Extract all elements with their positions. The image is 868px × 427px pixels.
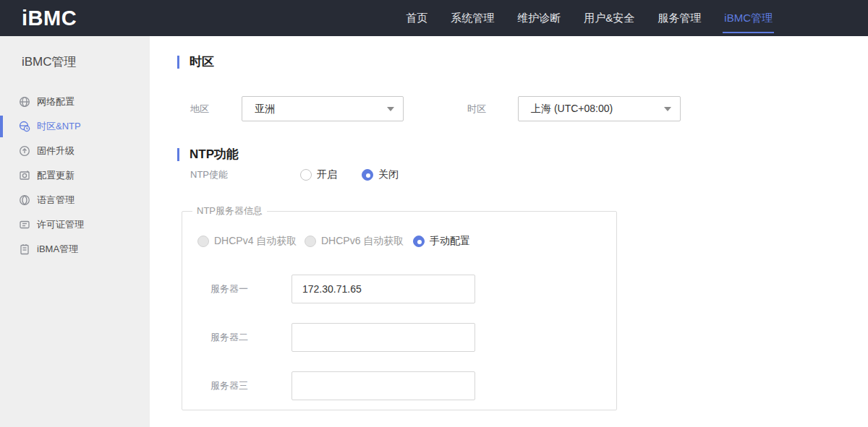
chevron-down-icon [664,107,671,111]
sidebar-item-firmware-upgrade[interactable]: 固件升级 [0,139,150,163]
radio-disabled-icon [197,236,209,247]
sidebar-item-ibma[interactable]: iBMA管理 [0,237,150,262]
server3-row: 服务器三 [210,371,475,400]
timezone-ntp-icon [19,121,30,132]
radio-unselected-icon [300,169,312,181]
server2-row: 服务器二 [210,323,475,352]
nav-item-services[interactable]: 服务管理 [656,0,702,36]
ntp-enable-on-radio[interactable]: 开启 [300,168,337,181]
sidebar-item-label: iBMA管理 [37,243,78,256]
sidebar-item-config-update[interactable]: 配置更新 [0,163,150,188]
sidebar-title: iBMC管理 [22,53,150,70]
firmware-upgrade-icon [19,145,30,157]
ntp-enable-off-radio[interactable]: 关闭 [362,168,399,181]
nav-item-system[interactable]: 系统管理 [449,0,495,36]
nav-item-ibmc-management[interactable]: iBMC管理 [723,0,774,36]
radio-label: 关闭 [378,168,399,181]
ibma-icon [19,243,30,255]
dhcpv6-auto-radio[interactable]: DHCPv6 自动获取 [305,235,413,248]
sidebar-item-label: 固件升级 [37,145,75,158]
ntp-section-title-text: NTP功能 [190,146,239,163]
region-label: 地区 [190,103,209,116]
timezone-select[interactable]: 上海 (UTC+08:00) [518,96,681,121]
region-select-value: 亚洲 [255,103,275,116]
top-nav: 首页 系统管理 维护诊断 用户&安全 服务管理 iBMC管理 [404,0,774,36]
ntp-enable-label: NTP使能 [190,168,300,181]
language-icon [19,194,30,206]
ntp-enable-row: NTP使能 开启 关闭 [190,168,399,182]
server2-input[interactable] [292,323,475,352]
network-icon [19,96,30,108]
sidebar-item-label: 网络配置 [37,95,75,108]
ibmc-logo: iBMC [22,7,77,30]
sidebar-item-language[interactable]: 语言管理 [0,188,150,212]
sidebar-item-label: 时区&NTP [37,120,81,133]
sidebar-item-label: 配置更新 [37,169,75,182]
sidebar-item-network-config[interactable]: 网络配置 [0,90,150,114]
server3-input[interactable] [292,371,475,400]
main-content: 时区 地区 亚洲 时区 上海 (UTC+08:00) NTP功能 NTP使能 开… [150,36,868,427]
radio-selected-icon [362,169,373,181]
top-header: iBMC 首页 系统管理 维护诊断 用户&安全 服务管理 iBMC管理 [0,0,868,36]
manual-config-radio[interactable]: 手动配置 [413,235,470,248]
nav-item-user-security[interactable]: 用户&安全 [582,0,636,36]
sidebar: iBMC管理 网络配置 时区&NTP 固件升级 配置更新 [0,36,150,427]
sidebar-item-license[interactable]: 许可证管理 [0,212,150,237]
license-icon [19,219,30,230]
server1-row: 服务器一 [210,275,475,303]
server2-label: 服务器二 [210,331,292,344]
timezone-label: 时区 [467,103,486,116]
nav-item-diagnostics[interactable]: 维护诊断 [516,0,562,36]
sidebar-item-label: 许可证管理 [37,218,84,231]
radio-selected-icon [413,236,425,247]
server1-label: 服务器一 [210,282,292,296]
timezone-form-row: 地区 亚洲 时区 上海 (UTC+08:00) [190,96,681,121]
radio-label: 开启 [317,168,337,181]
ntp-server-legend: NTP服务器信息 [192,204,267,217]
server1-input[interactable] [292,275,475,303]
ntp-section-title: NTP功能 [177,146,239,163]
radio-label: DHCPv6 自动获取 [321,235,404,248]
chevron-down-icon [387,107,394,111]
sidebar-menu: 网络配置 时区&NTP 固件升级 配置更新 语言管理 [0,90,150,262]
sidebar-item-label: 语言管理 [37,194,75,207]
timezone-section-title: 时区 [177,53,214,70]
ntp-mode-row: DHCPv4 自动获取 DHCPv6 自动获取 手动配置 [197,235,470,248]
nav-item-home[interactable]: 首页 [404,0,429,36]
dhcpv4-auto-radio[interactable]: DHCPv4 自动获取 [197,235,305,248]
timezone-section-title-text: 时区 [190,53,214,70]
server3-label: 服务器三 [210,379,292,392]
ntp-server-fieldset: NTP服务器信息 DHCPv4 自动获取 DHCPv6 自动获取 手动配置 服务… [182,204,617,410]
radio-label: 手动配置 [430,235,470,248]
sidebar-item-timezone-ntp[interactable]: 时区&NTP [0,114,150,139]
radio-disabled-icon [305,236,316,247]
radio-label: DHCPv4 自动获取 [214,235,297,248]
region-select[interactable]: 亚洲 [242,96,404,121]
timezone-select-value: 上海 (UTC+08:00) [531,103,613,116]
config-update-icon [19,170,30,181]
